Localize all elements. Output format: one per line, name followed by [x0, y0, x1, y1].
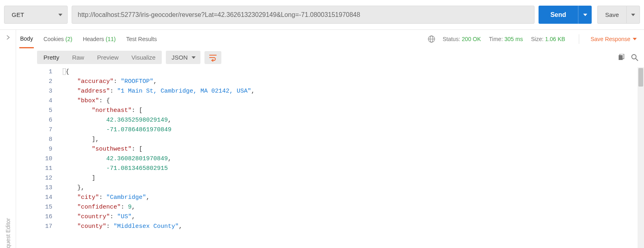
response-area: Request Editor Body Cookies (2) Headers …: [0, 29, 644, 248]
cookies-count: (2): [66, 36, 72, 42]
view-visualize[interactable]: Visualize: [125, 51, 162, 64]
size-block[interactable]: Size:1.06 KB: [531, 36, 565, 42]
rail-label: Request Editor: [5, 218, 11, 248]
code-lines: { "accuracy": "ROOFTOP", "address": "1 M…: [58, 67, 644, 248]
response-body[interactable]: 1234567891011121314151617 { "accuracy": …: [16, 67, 644, 248]
svg-rect-4: [619, 55, 623, 60]
url-value: http://localhost:52773/iris-geocoder/rev…: [78, 11, 360, 19]
size-value: 1.06 KB: [545, 36, 565, 42]
left-rail: Request Editor: [0, 30, 16, 248]
globe-icon[interactable]: [427, 35, 436, 43]
copy-button[interactable]: [617, 54, 625, 61]
tab-headers[interactable]: Headers (11): [82, 30, 117, 48]
send-dropdown-button[interactable]: [578, 6, 592, 24]
send-button[interactable]: Send: [539, 6, 578, 24]
divider: [579, 34, 579, 44]
chevron-down-icon: [633, 38, 637, 40]
response-meta: Status:200 OK Time:305 ms Size:1.06 KB S…: [443, 34, 637, 44]
request-bar: GET http://localhost:52773/iris-geocoder…: [0, 0, 644, 29]
wrap-lines-button[interactable]: [204, 51, 221, 64]
line-gutter: 1234567891011121314151617: [16, 67, 58, 248]
copy-icon: [617, 54, 625, 61]
search-icon: [631, 54, 638, 61]
toolbar-right: [617, 54, 638, 61]
save-button-group: Save: [597, 6, 640, 24]
scrollbar[interactable]: [638, 67, 644, 248]
response-content: Body Cookies (2) Headers (11) Test Resul…: [16, 30, 644, 248]
response-tabs: Body Cookies (2) Headers (11) Test Resul…: [19, 30, 158, 48]
view-pretty[interactable]: Pretty: [37, 51, 66, 64]
status-value: 200 OK: [462, 36, 481, 42]
view-preview[interactable]: Preview: [91, 51, 125, 64]
tab-body[interactable]: Body: [19, 30, 34, 48]
view-mode-segment: Pretty Raw Preview Visualize: [37, 51, 162, 64]
expand-rail-button[interactable]: [6, 35, 10, 39]
chevron-down-icon: [192, 56, 196, 59]
chevron-down-icon: [631, 14, 635, 16]
wrap-icon: [208, 54, 217, 62]
http-method-value: GET: [12, 11, 24, 18]
chevron-down-icon: [583, 14, 587, 16]
save-dropdown-button[interactable]: [626, 6, 640, 24]
status-block[interactable]: Status:200 OK: [443, 36, 481, 42]
svg-point-6: [632, 54, 636, 59]
save-response-button[interactable]: Save Response: [590, 36, 637, 42]
chevron-down-icon: [58, 14, 62, 16]
time-value: 305 ms: [504, 36, 523, 42]
headers-count: (11): [106, 36, 116, 42]
svg-line-7: [636, 58, 638, 61]
scrollbar-thumb[interactable]: [638, 68, 643, 87]
http-method-select[interactable]: GET: [4, 6, 68, 24]
tab-cookies[interactable]: Cookies (2): [43, 30, 73, 48]
tab-test-results[interactable]: Test Results: [125, 30, 157, 48]
language-select[interactable]: JSON: [166, 51, 200, 64]
url-input[interactable]: http://localhost:52773/iris-geocoder/rev…: [72, 6, 535, 24]
save-button[interactable]: Save: [597, 6, 626, 24]
response-header-row: Body Cookies (2) Headers (11) Test Resul…: [16, 30, 644, 48]
time-block[interactable]: Time:305 ms: [489, 36, 523, 42]
search-button[interactable]: [631, 54, 638, 61]
body-toolbar: Pretty Raw Preview Visualize JSON: [16, 48, 644, 67]
view-raw[interactable]: Raw: [66, 51, 91, 64]
send-button-group: Send: [539, 6, 592, 24]
